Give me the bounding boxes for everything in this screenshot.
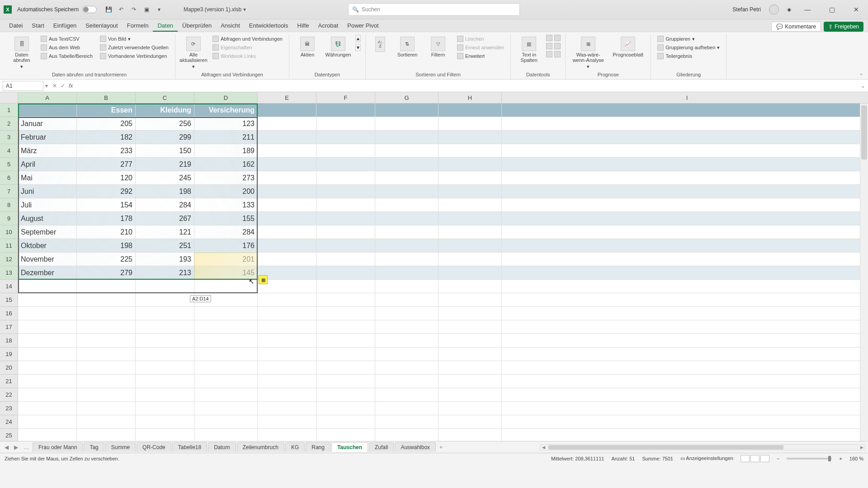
filename-chevron-icon[interactable]: ▾ [243,6,246,13]
zoom-slider[interactable] [787,458,832,460]
cell-H9[interactable] [439,212,502,225]
cell-F15[interactable] [316,293,375,307]
cell-F1[interactable] [316,103,375,117]
group-button[interactable]: Gruppieren ▾ [656,35,722,43]
cell-I24[interactable] [502,415,868,429]
cell-E11[interactable] [258,239,316,253]
cell-A13[interactable]: Dezember [18,266,77,280]
cell-F20[interactable] [316,361,375,375]
cell-D11[interactable]: 176 [194,239,258,253]
cell-E21[interactable] [258,375,316,388]
cell-I5[interactable] [502,158,868,171]
cell-A21[interactable] [18,375,77,388]
cell-F7[interactable] [316,185,375,198]
cell-B10[interactable]: 210 [77,225,136,239]
sheet-more-icon[interactable]: … [22,444,31,450]
cell-G24[interactable] [375,415,439,429]
cell-F10[interactable] [316,225,375,239]
cell-D1[interactable]: Versicherung [194,103,258,117]
cell-E17[interactable] [258,320,316,334]
cell-B22[interactable] [77,388,136,402]
cell-D13[interactable]: 145 [194,266,258,280]
cell-C15[interactable] [136,293,194,307]
cell-H1[interactable] [439,103,502,117]
cell-B18[interactable] [77,334,136,347]
cell-G15[interactable] [375,293,439,307]
cell-A23[interactable] [18,402,77,415]
col-header-H[interactable]: H [439,92,502,103]
cell-B12[interactable]: 225 [77,253,136,266]
cell-A15[interactable] [18,293,77,307]
consolidate-icon[interactable] [554,43,561,49]
cell-G23[interactable] [375,402,439,415]
cell-I7[interactable] [502,185,868,198]
cell-D19[interactable] [194,347,258,361]
scroll-left-icon[interactable]: ◀ [540,445,547,450]
col-header-B[interactable]: B [77,92,136,103]
cell-A3[interactable]: Februar [18,131,77,144]
cell-G14[interactable] [375,280,439,293]
cell-G21[interactable] [375,375,439,388]
currencies-button[interactable]: 💱Währungen [325,35,352,59]
cell-A20[interactable] [18,361,77,375]
cell-E22[interactable] [258,388,316,402]
cell-C11[interactable]: 251 [136,239,194,253]
row-header-18[interactable]: 18 [0,334,18,347]
scroll-right-icon[interactable]: ▶ [859,445,865,450]
tab-seitenlayout[interactable]: Seitenlayout [81,20,123,32]
data-model-icon[interactable] [554,51,561,57]
text-to-columns-button[interactable]: ▥Text in Spalten [515,35,542,65]
row-header-21[interactable]: 21 [0,375,18,388]
cell-A14[interactable] [18,280,77,293]
cell-C2[interactable]: 256 [136,117,194,131]
cell-H14[interactable] [439,280,502,293]
cell-G2[interactable] [375,117,439,131]
cell-C25[interactable] [136,429,194,441]
cell-G13[interactable] [375,266,439,280]
row-header-15[interactable]: 15 [0,293,18,307]
sheet-tab-datum[interactable]: Datum [208,442,236,452]
vertical-scrollbar[interactable] [860,103,868,441]
col-header-C[interactable]: C [136,92,194,103]
cell-D17[interactable] [194,320,258,334]
row-header-13[interactable]: 13 [0,266,18,280]
cell-B6[interactable]: 120 [77,171,136,185]
sheet-prev-icon[interactable]: ◀ [3,444,10,450]
cell-B25[interactable] [77,429,136,441]
sheet-tab-tauschen[interactable]: Tauschen [331,442,368,452]
cell-C18[interactable] [136,334,194,347]
sheet-tab-zeilenumbruch[interactable]: Zeilenumbruch [237,442,284,452]
cell-C4[interactable]: 150 [136,144,194,158]
share-button[interactable]: ⇪Freigeben [824,22,863,32]
cell-F18[interactable] [316,334,375,347]
cell-D25[interactable] [194,429,258,441]
cell-C1[interactable]: Kleidung [136,103,194,117]
cell-C10[interactable]: 121 [136,225,194,239]
search-box[interactable]: 🔍 Suchen [348,3,520,16]
cell-C20[interactable] [136,361,194,375]
cell-G3[interactable] [375,131,439,144]
h-scroll-thumb[interactable] [548,445,783,450]
cell-C19[interactable] [136,347,194,361]
cell-B5[interactable]: 277 [77,158,136,171]
undo-icon[interactable]: ↶ [117,5,126,14]
cell-H22[interactable] [439,388,502,402]
expand-formula-icon[interactable]: ⌄ [861,83,865,89]
ungroup-button[interactable]: Gruppierung aufheben ▾ [656,43,722,52]
cell-I1[interactable] [502,103,868,117]
save-icon[interactable]: 💾 [104,5,113,14]
cell-A4[interactable]: März [18,144,77,158]
cell-G19[interactable] [375,347,439,361]
row-header-24[interactable]: 24 [0,415,18,429]
page-layout-icon[interactable] [750,455,760,462]
cell-I23[interactable] [502,402,868,415]
cell-C9[interactable]: 267 [136,212,194,225]
cell-G18[interactable] [375,334,439,347]
cell-B15[interactable] [77,293,136,307]
col-header-G[interactable]: G [375,92,439,103]
cell-I4[interactable] [502,144,868,158]
cell-A6[interactable]: Mai [18,171,77,185]
minimize-icon[interactable]: — [799,4,816,15]
col-header-E[interactable]: E [258,92,316,103]
cell-A11[interactable]: Oktober [18,239,77,253]
